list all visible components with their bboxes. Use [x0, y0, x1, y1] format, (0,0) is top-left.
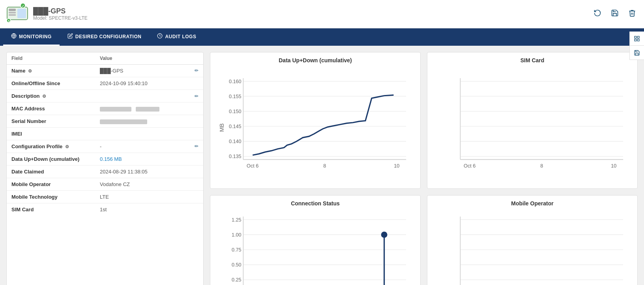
- svg-text:8: 8: [323, 163, 326, 169]
- field-value: - ✏: [95, 140, 203, 153]
- nav-audit-logs-label: AUDIT LOGS: [165, 34, 196, 39]
- table-row: Serial Number: [7, 115, 203, 128]
- chart-sim-card: SIM Card Oct 6 8 10: [427, 52, 638, 189]
- field-label: Configuration Profile ⚙: [7, 140, 95, 153]
- nav-desired-config-label: DESIRED CONFIGURATION: [75, 34, 142, 39]
- config-icon: [67, 33, 73, 40]
- monitoring-icon: [11, 33, 17, 40]
- svg-text:0.75: 0.75: [232, 247, 242, 253]
- svg-rect-3: [9, 14, 16, 16]
- nav-desired-config[interactable]: DESIRED CONFIGURATION: [60, 28, 150, 46]
- svg-text:0.160: 0.160: [229, 79, 242, 84]
- field-value: Vodafone CZ: [95, 178, 203, 191]
- chart-connection-status: Connection Status 1.25 1.00 0.75: [210, 195, 421, 285]
- table-row: Name ⚙ ███-GPS ✏: [7, 65, 203, 77]
- table-row: MAC Address: [7, 102, 203, 115]
- device-logo: ✓ ↻: [6, 3, 28, 25]
- chart-mobile-title: Mobile Operator: [432, 200, 633, 207]
- right-panel: [629, 32, 644, 60]
- blurred-serial: [100, 119, 147, 124]
- svg-text:0.150: 0.150: [229, 109, 242, 114]
- blurred-mac2: [136, 107, 159, 112]
- field-label: Data Up+Down (cumulative): [7, 153, 95, 166]
- nav-monitoring[interactable]: MONITORING: [3, 28, 60, 46]
- table-row: Data Up+Down (cumulative) 0.156 MB: [7, 153, 203, 166]
- blurred-mac: [100, 107, 131, 112]
- field-value: LTE: [95, 191, 203, 203]
- field-label: Serial Number: [7, 115, 95, 128]
- svg-rect-1: [9, 9, 16, 11]
- chart-connection-container: 1.25 1.00 0.75 0.50 0.25 0 Oct 6 8 10: [215, 210, 416, 285]
- svg-text:8: 8: [540, 163, 543, 169]
- svg-text:1.00: 1.00: [232, 232, 242, 238]
- chart-data-updown: Data Up+Down (cumulative) MB 0.1: [210, 52, 421, 189]
- svg-text:0.25: 0.25: [232, 277, 242, 283]
- svg-rect-12: [635, 36, 637, 38]
- table-row: Mobile Operator Vodafone CZ: [7, 178, 203, 191]
- table-row: Date Claimed 2024-08-29 11:38:05: [7, 166, 203, 178]
- chart-sim-title: SIM Card: [432, 57, 633, 63]
- svg-rect-15: [637, 39, 639, 41]
- col-value: Value: [95, 52, 203, 65]
- table-row: Online/Offline Since 2024-10-09 15:40:10: [7, 77, 203, 90]
- delete-button[interactable]: [627, 7, 638, 20]
- nav-monitoring-label: MONITORING: [19, 34, 52, 39]
- field-value: 2024-08-29 11:38:05: [95, 166, 203, 178]
- header: ✓ ↻ ███-GPS Model: SPECTRE-v3-LTE: [0, 0, 644, 28]
- info-table: Field Value Name ⚙ ███-GPS ✏ Online/Offl…: [6, 52, 204, 285]
- field-label: Mobile Operator: [7, 178, 95, 191]
- edit-icon[interactable]: ✏: [195, 68, 198, 73]
- table-row: Description ⚙ ✏: [7, 90, 203, 102]
- panel-grid-button[interactable]: [630, 32, 644, 46]
- charts-area: Data Up+Down (cumulative) MB 0.1: [210, 52, 638, 285]
- field-value: [95, 128, 203, 140]
- edit-icon[interactable]: ✏: [195, 143, 198, 149]
- main-content: Field Value Name ⚙ ███-GPS ✏ Online/Offl…: [0, 46, 644, 285]
- field-label: Date Claimed: [7, 166, 95, 178]
- svg-text:MB: MB: [219, 123, 225, 132]
- gear-icon: ⚙: [65, 144, 69, 149]
- audit-icon: [157, 33, 163, 40]
- svg-rect-14: [635, 39, 637, 41]
- field-value: [95, 115, 203, 128]
- svg-rect-13: [637, 36, 639, 38]
- field-label: IMEI: [7, 128, 95, 140]
- edit-icon[interactable]: ✏: [195, 93, 198, 99]
- field-value: 2024-10-09 15:40:10: [95, 77, 203, 90]
- svg-text:↻: ↻: [8, 19, 10, 22]
- table-row: Mobile Technology LTE: [7, 191, 203, 203]
- svg-text:10: 10: [394, 163, 399, 169]
- field-value: ███-GPS ✏: [95, 65, 203, 77]
- refresh-button[interactable]: [592, 7, 603, 20]
- panel-save-button[interactable]: [630, 46, 644, 60]
- field-label: SIM Card: [7, 203, 95, 216]
- field-label: Name ⚙: [7, 65, 95, 77]
- field-value: ✏: [95, 90, 203, 102]
- chart-connection-title: Connection Status: [215, 200, 416, 207]
- table-row: SIM Card 1st: [7, 203, 203, 216]
- field-value: 1st: [95, 203, 203, 216]
- svg-text:10: 10: [611, 163, 616, 169]
- field-value: [95, 102, 203, 115]
- chart-updown-title: Data Up+Down (cumulative): [215, 57, 416, 63]
- field-value: 0.156 MB: [95, 153, 203, 166]
- table-row: Configuration Profile ⚙ - ✏: [7, 140, 203, 153]
- gear-icon: ⚙: [28, 69, 32, 73]
- header-actions: [592, 7, 638, 20]
- chart-mobile-operator: Mobile Operator Oct 6 8 10: [427, 195, 638, 285]
- chart-sim-container: Oct 6 8 10: [432, 67, 633, 184]
- nav: MONITORING DESIRED CONFIGURATION AUDIT L…: [0, 28, 644, 46]
- field-label: MAC Address: [7, 102, 95, 115]
- save-button[interactable]: [609, 7, 620, 20]
- chart-updown-container: MB 0.160 0.155 0.150 0.145 0.: [215, 67, 416, 184]
- svg-text:0.145: 0.145: [229, 124, 242, 129]
- svg-text:✓: ✓: [22, 4, 24, 8]
- col-field: Field: [7, 52, 95, 65]
- table-row: IMEI: [7, 128, 203, 140]
- chart-mobile-container: Oct 6 8 10: [432, 210, 633, 285]
- svg-text:1.25: 1.25: [232, 217, 242, 223]
- field-label: Online/Offline Since: [7, 77, 95, 90]
- nav-audit-logs[interactable]: AUDIT LOGS: [149, 28, 204, 46]
- device-info: ███-GPS Model: SPECTRE-v3-LTE: [33, 7, 88, 21]
- svg-point-63: [381, 231, 388, 238]
